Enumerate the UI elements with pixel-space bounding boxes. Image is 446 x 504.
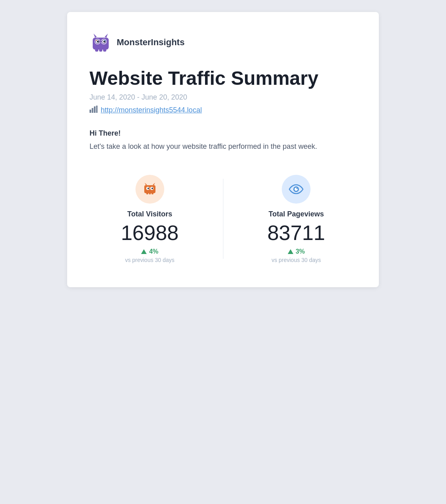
svg-rect-29 [151, 192, 153, 194]
svg-point-13 [96, 40, 97, 41]
pageviews-up-arrow-icon [288, 249, 293, 254]
svg-rect-17 [94, 106, 96, 113]
chart-bar-icon [90, 106, 98, 115]
pageviews-label: Total Pageviews [269, 210, 324, 218]
svg-point-23 [151, 188, 153, 189]
visitors-up-arrow-icon [141, 249, 147, 254]
logo-section: MonsterInsights [90, 31, 356, 54]
pageviews-change: 3% [288, 248, 305, 255]
svg-rect-19 [144, 185, 155, 193]
svg-rect-16 [92, 108, 94, 113]
svg-point-14 [105, 40, 106, 41]
logo-text: MonsterInsights [117, 37, 185, 48]
svg-marker-8 [94, 34, 97, 38]
pageviews-compare: vs previous 30 days [271, 257, 321, 263]
site-link-section: http://monsterinsights5544.local [90, 106, 356, 115]
svg-point-5 [97, 41, 99, 43]
visitors-icon-circle [135, 175, 164, 204]
site-url-link[interactable]: http://monsterinsights5544.local [101, 106, 202, 114]
svg-rect-0 [93, 38, 109, 50]
pageviews-change-pct: 3% [296, 248, 305, 255]
greeting-description: Let's take a look at how your website tr… [90, 141, 356, 152]
stat-item-visitors: Total Visitors 16988 4% vs previous 30 d… [90, 175, 210, 263]
report-card: MonsterInsights Website Traffic Summary … [67, 12, 379, 287]
svg-rect-28 [149, 192, 151, 194]
svg-point-32 [297, 188, 298, 189]
page-title: Website Traffic Summary [90, 68, 356, 89]
svg-marker-25 [145, 183, 147, 185]
svg-marker-26 [153, 183, 155, 185]
stat-item-pageviews: Total Pageviews 83711 3% vs previous 30 … [236, 175, 357, 263]
pageviews-value: 83711 [267, 222, 325, 243]
stats-divider [223, 179, 223, 259]
visitors-label: Total Visitors [127, 210, 172, 218]
stats-row: Total Visitors 16988 4% vs previous 30 d… [90, 175, 356, 263]
svg-rect-11 [99, 48, 102, 52]
svg-rect-27 [146, 192, 148, 194]
visitors-compare: vs previous 30 days [125, 257, 175, 263]
visitors-change-pct: 4% [149, 248, 158, 255]
svg-rect-15 [90, 110, 91, 113]
visitors-value: 16988 [121, 222, 179, 243]
svg-rect-10 [95, 48, 98, 52]
pageviews-icon-circle [282, 175, 311, 204]
svg-rect-12 [103, 48, 106, 52]
greeting-salutation: Hi There! [90, 129, 356, 138]
visitors-change: 4% [141, 248, 158, 255]
svg-point-22 [147, 188, 149, 189]
date-range: June 14, 2020 - June 20, 2020 [90, 93, 356, 102]
monsterinsights-logo-icon [90, 31, 112, 54]
svg-rect-18 [96, 106, 98, 113]
svg-marker-9 [105, 34, 108, 38]
